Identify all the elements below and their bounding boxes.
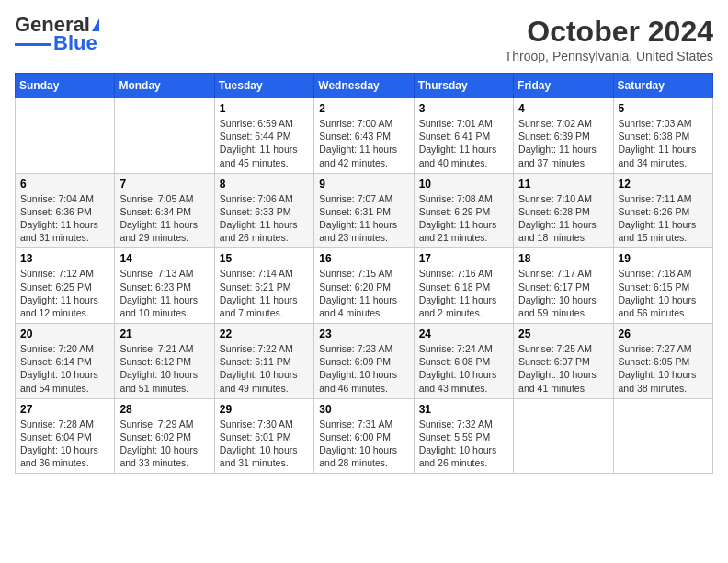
month-title: October 2024 xyxy=(505,15,713,49)
calendar-header-tuesday: Tuesday xyxy=(214,74,313,98)
calendar-cell: 27Sunrise: 7:28 AM Sunset: 6:04 PM Dayli… xyxy=(16,398,115,474)
day-number: 12 xyxy=(619,178,708,190)
day-info: Sunrise: 7:04 AM Sunset: 6:36 PM Dayligh… xyxy=(20,192,109,245)
calendar-cell: 29Sunrise: 7:30 AM Sunset: 6:01 PM Dayli… xyxy=(214,398,313,474)
day-info: Sunrise: 7:06 AM Sunset: 6:33 PM Dayligh… xyxy=(220,192,309,245)
calendar-cell: 1Sunrise: 6:59 AM Sunset: 6:44 PM Daylig… xyxy=(214,98,313,174)
calendar-cell: 6Sunrise: 7:04 AM Sunset: 6:36 PM Daylig… xyxy=(16,173,115,248)
calendar-cell: 5Sunrise: 7:03 AM Sunset: 6:38 PM Daylig… xyxy=(613,98,712,174)
page-header: General Blue October 2024 Throop, Pennsy… xyxy=(15,15,713,63)
day-info: Sunrise: 6:59 AM Sunset: 6:44 PM Dayligh… xyxy=(220,117,309,169)
calendar-cell: 24Sunrise: 7:24 AM Sunset: 6:08 PM Dayli… xyxy=(414,324,513,399)
calendar-week-2: 6Sunrise: 7:04 AM Sunset: 6:36 PM Daylig… xyxy=(16,173,713,248)
calendar-week-1: 1Sunrise: 6:59 AM Sunset: 6:44 PM Daylig… xyxy=(16,98,713,174)
day-number: 27 xyxy=(20,403,109,416)
day-number: 1 xyxy=(220,102,309,115)
day-number: 23 xyxy=(319,327,408,340)
day-info: Sunrise: 7:23 AM Sunset: 6:09 PM Dayligh… xyxy=(319,342,408,395)
day-info: Sunrise: 7:22 AM Sunset: 6:11 PM Dayligh… xyxy=(220,342,309,395)
day-number: 2 xyxy=(319,102,408,115)
day-number: 13 xyxy=(20,252,109,265)
day-info: Sunrise: 7:02 AM Sunset: 6:39 PM Dayligh… xyxy=(518,117,608,169)
calendar-header-wednesday: Wednesday xyxy=(314,74,414,98)
day-number: 4 xyxy=(518,102,608,115)
calendar-cell: 11Sunrise: 7:10 AM Sunset: 6:28 PM Dayli… xyxy=(514,173,613,248)
calendar-cell: 31Sunrise: 7:32 AM Sunset: 5:59 PM Dayli… xyxy=(414,398,513,474)
day-number: 25 xyxy=(518,327,608,340)
calendar-cell: 16Sunrise: 7:15 AM Sunset: 6:20 PM Dayli… xyxy=(314,248,414,324)
day-info: Sunrise: 7:13 AM Sunset: 6:23 PM Dayligh… xyxy=(119,267,209,319)
calendar-header-saturday: Saturday xyxy=(613,74,712,98)
day-info: Sunrise: 7:12 AM Sunset: 6:25 PM Dayligh… xyxy=(20,267,109,319)
calendar-cell: 19Sunrise: 7:18 AM Sunset: 6:15 PM Dayli… xyxy=(613,248,712,324)
day-info: Sunrise: 7:05 AM Sunset: 6:34 PM Dayligh… xyxy=(119,192,209,245)
day-number: 19 xyxy=(619,252,708,265)
day-number: 20 xyxy=(20,327,109,340)
day-number: 8 xyxy=(220,178,309,190)
calendar-week-3: 13Sunrise: 7:12 AM Sunset: 6:25 PM Dayli… xyxy=(16,248,713,324)
calendar-cell: 10Sunrise: 7:08 AM Sunset: 6:29 PM Dayli… xyxy=(414,173,513,248)
calendar-cell: 2Sunrise: 7:00 AM Sunset: 6:43 PM Daylig… xyxy=(314,98,414,174)
day-number: 10 xyxy=(419,178,508,190)
day-number: 22 xyxy=(220,327,309,340)
day-number: 30 xyxy=(319,403,408,416)
day-number: 15 xyxy=(220,252,309,265)
calendar-cell: 7Sunrise: 7:05 AM Sunset: 6:34 PM Daylig… xyxy=(115,173,214,248)
calendar-header-monday: Monday xyxy=(115,74,214,98)
day-info: Sunrise: 7:14 AM Sunset: 6:21 PM Dayligh… xyxy=(220,267,309,319)
day-info: Sunrise: 7:08 AM Sunset: 6:29 PM Dayligh… xyxy=(419,192,508,245)
day-info: Sunrise: 7:29 AM Sunset: 6:02 PM Dayligh… xyxy=(119,418,209,470)
title-area: October 2024 Throop, Pennsylvania, Unite… xyxy=(505,15,713,63)
calendar-cell: 22Sunrise: 7:22 AM Sunset: 6:11 PM Dayli… xyxy=(214,324,313,399)
day-number: 17 xyxy=(419,252,508,265)
day-info: Sunrise: 7:30 AM Sunset: 6:01 PM Dayligh… xyxy=(220,418,309,470)
day-number: 16 xyxy=(319,252,408,265)
day-info: Sunrise: 7:25 AM Sunset: 6:07 PM Dayligh… xyxy=(518,342,608,395)
day-number: 9 xyxy=(319,178,408,190)
day-info: Sunrise: 7:11 AM Sunset: 6:26 PM Dayligh… xyxy=(619,192,708,245)
calendar-week-5: 27Sunrise: 7:28 AM Sunset: 6:04 PM Dayli… xyxy=(16,398,713,474)
calendar-cell: 26Sunrise: 7:27 AM Sunset: 6:05 PM Dayli… xyxy=(613,324,712,399)
calendar-cell: 21Sunrise: 7:21 AM Sunset: 6:12 PM Dayli… xyxy=(115,324,214,399)
day-info: Sunrise: 7:07 AM Sunset: 6:31 PM Dayligh… xyxy=(319,192,408,245)
calendar-cell: 14Sunrise: 7:13 AM Sunset: 6:23 PM Dayli… xyxy=(115,248,214,324)
calendar-table: SundayMondayTuesdayWednesdayThursdayFrid… xyxy=(15,73,713,474)
day-info: Sunrise: 7:00 AM Sunset: 6:43 PM Dayligh… xyxy=(319,117,408,169)
logo: General Blue xyxy=(15,15,99,53)
calendar-cell xyxy=(115,98,214,174)
calendar-cell xyxy=(613,398,712,474)
calendar-cell: 20Sunrise: 7:20 AM Sunset: 6:14 PM Dayli… xyxy=(16,324,115,399)
calendar-cell xyxy=(514,398,613,474)
day-number: 14 xyxy=(119,252,209,265)
day-info: Sunrise: 7:01 AM Sunset: 6:41 PM Dayligh… xyxy=(419,117,508,169)
logo-blue-line xyxy=(15,43,51,46)
calendar-header-thursday: Thursday xyxy=(414,74,513,98)
day-number: 28 xyxy=(119,403,209,416)
calendar-cell: 9Sunrise: 7:07 AM Sunset: 6:31 PM Daylig… xyxy=(314,173,414,248)
day-number: 18 xyxy=(518,252,608,265)
calendar-week-4: 20Sunrise: 7:20 AM Sunset: 6:14 PM Dayli… xyxy=(16,324,713,399)
calendar-cell: 30Sunrise: 7:31 AM Sunset: 6:00 PM Dayli… xyxy=(314,398,414,474)
calendar-cell: 18Sunrise: 7:17 AM Sunset: 6:17 PM Dayli… xyxy=(514,248,613,324)
calendar-header-row: SundayMondayTuesdayWednesdayThursdayFrid… xyxy=(16,74,713,98)
day-info: Sunrise: 7:16 AM Sunset: 6:18 PM Dayligh… xyxy=(419,267,508,319)
calendar-cell: 13Sunrise: 7:12 AM Sunset: 6:25 PM Dayli… xyxy=(16,248,115,324)
day-number: 6 xyxy=(20,178,109,190)
day-info: Sunrise: 7:24 AM Sunset: 6:08 PM Dayligh… xyxy=(419,342,508,395)
calendar-cell: 15Sunrise: 7:14 AM Sunset: 6:21 PM Dayli… xyxy=(214,248,313,324)
day-number: 24 xyxy=(419,327,508,340)
day-info: Sunrise: 7:21 AM Sunset: 6:12 PM Dayligh… xyxy=(119,342,209,395)
calendar-cell: 17Sunrise: 7:16 AM Sunset: 6:18 PM Dayli… xyxy=(414,248,513,324)
calendar-cell: 3Sunrise: 7:01 AM Sunset: 6:41 PM Daylig… xyxy=(414,98,513,174)
calendar-cell: 23Sunrise: 7:23 AM Sunset: 6:09 PM Dayli… xyxy=(314,324,414,399)
day-info: Sunrise: 7:28 AM Sunset: 6:04 PM Dayligh… xyxy=(20,418,109,470)
calendar-cell: 25Sunrise: 7:25 AM Sunset: 6:07 PM Dayli… xyxy=(514,324,613,399)
day-number: 3 xyxy=(419,102,508,115)
day-number: 26 xyxy=(619,327,708,340)
day-number: 29 xyxy=(220,403,309,416)
calendar-cell: 12Sunrise: 7:11 AM Sunset: 6:26 PM Dayli… xyxy=(613,173,712,248)
calendar-cell: 8Sunrise: 7:06 AM Sunset: 6:33 PM Daylig… xyxy=(214,173,313,248)
calendar-cell: 4Sunrise: 7:02 AM Sunset: 6:39 PM Daylig… xyxy=(514,98,613,174)
day-info: Sunrise: 7:20 AM Sunset: 6:14 PM Dayligh… xyxy=(20,342,109,395)
day-number: 11 xyxy=(518,178,608,190)
